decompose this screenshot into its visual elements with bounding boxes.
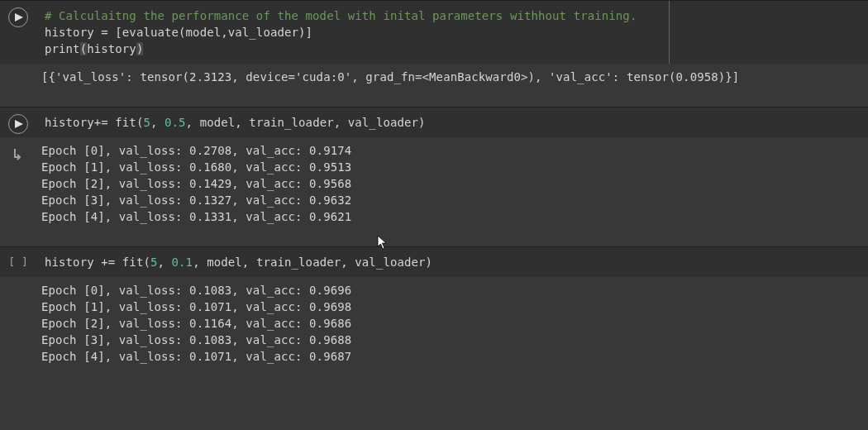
- cell-spacer: [0, 90, 868, 107]
- output-text: [{'val_loss': tensor(2.3123, device='cud…: [36, 64, 868, 90]
- svg-marker-0: [15, 13, 23, 22]
- cell-spacer: [0, 230, 868, 246]
- code-cell[interactable]: [ ] history += fit(5, 0.1, model, train_…: [0, 246, 868, 277]
- code-content[interactable]: history+= fit(5, 0.5, model, train_loade…: [36, 108, 868, 137]
- execution-brackets: [ ]: [8, 254, 27, 268]
- code-cell[interactable]: history+= fit(5, 0.5, model, train_loade…: [0, 107, 868, 137]
- output-cell: Epoch [0], val_loss: 0.2708, val_acc: 0.…: [0, 137, 868, 230]
- run-button[interactable]: [8, 114, 28, 134]
- run-button[interactable]: [8, 7, 28, 27]
- gutter: [0, 64, 36, 90]
- output-text: Epoch [0], val_loss: 0.1083, val_acc: 0.…: [36, 277, 868, 370]
- gutter: [ ]: [0, 247, 36, 277]
- gutter: [0, 137, 36, 230]
- code-content[interactable]: history += fit(5, 0.1, model, train_load…: [36, 247, 868, 277]
- code-cell[interactable]: # Calculaitng the performance of the mod…: [0, 0, 868, 64]
- code-content[interactable]: # Calculaitng the performance of the mod…: [36, 1, 868, 64]
- code-editor[interactable]: # Calculaitng the performance of the mod…: [36, 1, 868, 64]
- comment-text: # Calculaitng the performance of the mod…: [45, 9, 637, 22]
- play-icon: [15, 120, 23, 128]
- gutter: [0, 277, 36, 370]
- play-icon: [15, 13, 23, 22]
- output-cell: [{'val_loss': tensor(2.3123, device='cud…: [0, 64, 868, 90]
- code-editor[interactable]: history+= fit(5, 0.5, model, train_loade…: [36, 108, 868, 137]
- gutter: [0, 108, 36, 137]
- output-cell: Epoch [0], val_loss: 0.1083, val_acc: 0.…: [0, 277, 868, 370]
- output-text: Epoch [0], val_loss: 0.2708, val_acc: 0.…: [36, 137, 868, 230]
- output-arrow-icon: [8, 144, 28, 164]
- cursor-guide: [669, 1, 670, 64]
- svg-marker-1: [15, 120, 23, 128]
- gutter: [0, 1, 36, 64]
- code-editor[interactable]: history += fit(5, 0.1, model, train_load…: [36, 247, 868, 277]
